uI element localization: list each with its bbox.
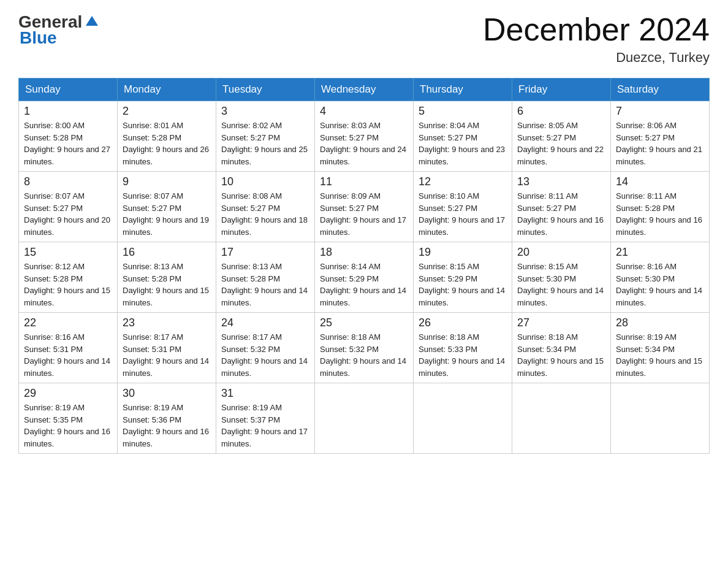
day-info: Sunrise: 8:08 AMSunset: 5:27 PMDaylight:…	[221, 190, 309, 238]
day-info: Sunrise: 8:19 AMSunset: 5:35 PMDaylight:…	[24, 402, 112, 450]
day-info: Sunrise: 8:17 AMSunset: 5:31 PMDaylight:…	[123, 331, 211, 379]
day-info: Sunrise: 8:16 AMSunset: 5:30 PMDaylight:…	[616, 261, 704, 308]
day-number: 16	[123, 246, 211, 259]
calendar-table: SundayMondayTuesdayWednesdayThursdayFrid…	[18, 78, 710, 454]
calendar-cell: 2Sunrise: 8:01 AMSunset: 5:28 PMDaylight…	[118, 101, 216, 172]
calendar-cell: 24Sunrise: 8:17 AMSunset: 5:32 PMDayligh…	[216, 313, 315, 383]
calendar-cell: 20Sunrise: 8:15 AMSunset: 5:30 PMDayligh…	[512, 242, 611, 313]
day-info: Sunrise: 8:18 AMSunset: 5:32 PMDaylight:…	[320, 331, 408, 379]
calendar-header-tuesday: Tuesday	[216, 79, 315, 101]
calendar-cell: 4Sunrise: 8:03 AMSunset: 5:27 PMDaylight…	[315, 101, 414, 172]
day-number: 27	[517, 316, 605, 329]
calendar-cell: 30Sunrise: 8:19 AMSunset: 5:36 PMDayligh…	[118, 383, 216, 454]
day-number: 24	[221, 316, 309, 329]
day-number: 25	[320, 316, 408, 329]
calendar-week-2: 8Sunrise: 8:07 AMSunset: 5:27 PMDaylight…	[19, 172, 710, 242]
svg-marker-0	[86, 16, 98, 26]
day-info: Sunrise: 8:11 AMSunset: 5:27 PMDaylight:…	[517, 190, 605, 238]
calendar-cell	[315, 383, 414, 454]
day-number: 18	[320, 246, 408, 259]
calendar-cell: 22Sunrise: 8:16 AMSunset: 5:31 PMDayligh…	[19, 313, 118, 383]
day-info: Sunrise: 8:00 AMSunset: 5:28 PMDaylight:…	[24, 120, 112, 167]
day-info: Sunrise: 8:12 AMSunset: 5:28 PMDaylight:…	[24, 261, 112, 308]
calendar-cell: 3Sunrise: 8:02 AMSunset: 5:27 PMDaylight…	[216, 101, 315, 172]
page-header: General Blue December 2024 Duezce, Turke…	[18, 12, 710, 66]
calendar-cell: 12Sunrise: 8:10 AMSunset: 5:27 PMDayligh…	[414, 172, 512, 242]
day-number: 22	[24, 316, 112, 329]
calendar-cell: 7Sunrise: 8:06 AMSunset: 5:27 PMDaylight…	[611, 101, 710, 172]
day-info: Sunrise: 8:13 AMSunset: 5:28 PMDaylight:…	[123, 261, 211, 308]
calendar-cell: 29Sunrise: 8:19 AMSunset: 5:35 PMDayligh…	[19, 383, 118, 454]
day-number: 8	[24, 175, 112, 188]
day-info: Sunrise: 8:15 AMSunset: 5:30 PMDaylight:…	[517, 261, 605, 308]
calendar-cell: 14Sunrise: 8:11 AMSunset: 5:28 PMDayligh…	[611, 172, 710, 242]
day-number: 2	[123, 105, 211, 118]
day-info: Sunrise: 8:07 AMSunset: 5:27 PMDaylight:…	[24, 190, 112, 238]
title-block: December 2024 Duezce, Turkey	[483, 12, 710, 66]
day-info: Sunrise: 8:18 AMSunset: 5:33 PMDaylight:…	[419, 331, 507, 379]
day-info: Sunrise: 8:15 AMSunset: 5:29 PMDaylight:…	[419, 261, 507, 308]
subtitle: Duezce, Turkey	[483, 50, 710, 66]
calendar-cell: 1Sunrise: 8:00 AMSunset: 5:28 PMDaylight…	[19, 101, 118, 172]
day-info: Sunrise: 8:14 AMSunset: 5:29 PMDaylight:…	[320, 261, 408, 308]
day-info: Sunrise: 8:02 AMSunset: 5:27 PMDaylight:…	[221, 120, 309, 167]
day-number: 17	[221, 246, 309, 259]
calendar-cell: 23Sunrise: 8:17 AMSunset: 5:31 PMDayligh…	[118, 313, 216, 383]
calendar-week-4: 22Sunrise: 8:16 AMSunset: 5:31 PMDayligh…	[19, 313, 710, 383]
calendar-cell	[611, 383, 710, 454]
calendar-cell: 15Sunrise: 8:12 AMSunset: 5:28 PMDayligh…	[19, 242, 118, 313]
day-info: Sunrise: 8:06 AMSunset: 5:27 PMDaylight:…	[616, 120, 704, 167]
day-number: 5	[419, 105, 507, 118]
day-number: 30	[123, 387, 211, 400]
day-info: Sunrise: 8:11 AMSunset: 5:28 PMDaylight:…	[616, 190, 704, 238]
day-number: 4	[320, 105, 408, 118]
day-info: Sunrise: 8:19 AMSunset: 5:37 PMDaylight:…	[221, 402, 309, 450]
logo-icon	[83, 12, 100, 29]
day-number: 15	[24, 246, 112, 259]
day-info: Sunrise: 8:10 AMSunset: 5:27 PMDaylight:…	[419, 190, 507, 238]
calendar-cell: 9Sunrise: 8:07 AMSunset: 5:27 PMDaylight…	[118, 172, 216, 242]
calendar-header-thursday: Thursday	[414, 79, 512, 101]
day-number: 1	[24, 105, 112, 118]
day-number: 14	[616, 175, 704, 188]
day-info: Sunrise: 8:04 AMSunset: 5:27 PMDaylight:…	[419, 120, 507, 167]
day-info: Sunrise: 8:05 AMSunset: 5:27 PMDaylight:…	[517, 120, 605, 167]
calendar-cell: 25Sunrise: 8:18 AMSunset: 5:32 PMDayligh…	[315, 313, 414, 383]
day-info: Sunrise: 8:07 AMSunset: 5:27 PMDaylight:…	[123, 190, 211, 238]
day-info: Sunrise: 8:03 AMSunset: 5:27 PMDaylight:…	[320, 120, 408, 167]
calendar-week-5: 29Sunrise: 8:19 AMSunset: 5:35 PMDayligh…	[19, 383, 710, 454]
day-number: 12	[419, 175, 507, 188]
calendar-cell: 6Sunrise: 8:05 AMSunset: 5:27 PMDaylight…	[512, 101, 611, 172]
calendar-cell: 13Sunrise: 8:11 AMSunset: 5:27 PMDayligh…	[512, 172, 611, 242]
calendar-cell	[512, 383, 611, 454]
calendar-cell: 11Sunrise: 8:09 AMSunset: 5:27 PMDayligh…	[315, 172, 414, 242]
calendar-cell: 27Sunrise: 8:18 AMSunset: 5:34 PMDayligh…	[512, 313, 611, 383]
day-number: 9	[123, 175, 211, 188]
day-info: Sunrise: 8:01 AMSunset: 5:28 PMDaylight:…	[123, 120, 211, 167]
day-number: 19	[419, 246, 507, 259]
day-info: Sunrise: 8:19 AMSunset: 5:34 PMDaylight:…	[616, 331, 704, 379]
day-number: 11	[320, 175, 408, 188]
day-info: Sunrise: 8:19 AMSunset: 5:36 PMDaylight:…	[123, 402, 211, 450]
calendar-header-sunday: Sunday	[19, 79, 118, 101]
day-info: Sunrise: 8:17 AMSunset: 5:32 PMDaylight:…	[221, 331, 309, 379]
calendar-cell: 5Sunrise: 8:04 AMSunset: 5:27 PMDaylight…	[414, 101, 512, 172]
calendar-cell: 18Sunrise: 8:14 AMSunset: 5:29 PMDayligh…	[315, 242, 414, 313]
day-number: 3	[221, 105, 309, 118]
day-number: 10	[221, 175, 309, 188]
day-number: 31	[221, 387, 309, 400]
logo-blue-text: Blue	[20, 28, 57, 47]
day-number: 26	[419, 316, 507, 329]
calendar-cell: 19Sunrise: 8:15 AMSunset: 5:29 PMDayligh…	[414, 242, 512, 313]
calendar-header-monday: Monday	[118, 79, 216, 101]
calendar-cell: 28Sunrise: 8:19 AMSunset: 5:34 PMDayligh…	[611, 313, 710, 383]
day-number: 28	[616, 316, 704, 329]
calendar-cell: 21Sunrise: 8:16 AMSunset: 5:30 PMDayligh…	[611, 242, 710, 313]
calendar-cell: 26Sunrise: 8:18 AMSunset: 5:33 PMDayligh…	[414, 313, 512, 383]
day-number: 13	[517, 175, 605, 188]
main-title: December 2024	[483, 12, 710, 47]
day-number: 6	[517, 105, 605, 118]
calendar-cell: 17Sunrise: 8:13 AMSunset: 5:28 PMDayligh…	[216, 242, 315, 313]
day-number: 23	[123, 316, 211, 329]
calendar-cell: 10Sunrise: 8:08 AMSunset: 5:27 PMDayligh…	[216, 172, 315, 242]
